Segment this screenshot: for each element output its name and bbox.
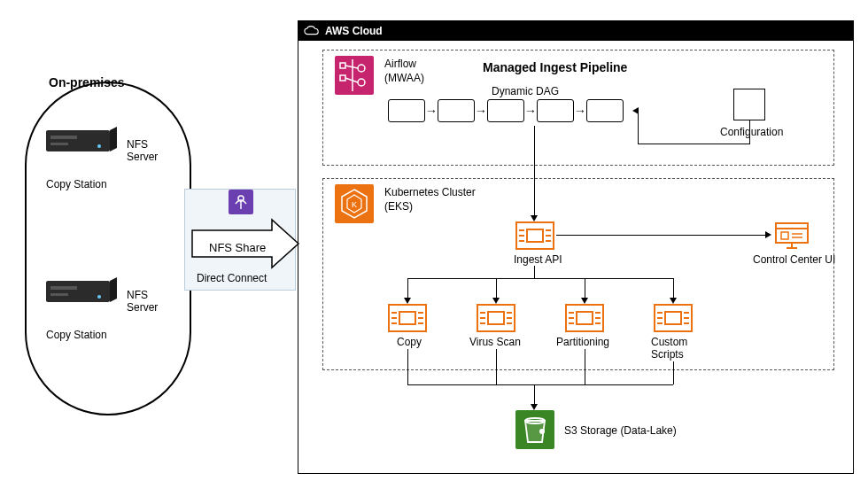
dag-step <box>487 99 524 122</box>
container-icon <box>654 304 693 332</box>
svg-rect-13 <box>340 63 345 68</box>
managed-ingest-pipeline-title: Managed Ingest Pipeline <box>483 60 627 74</box>
connector <box>585 349 585 384</box>
svg-point-4 <box>97 144 101 148</box>
dynamic-dag-label: Dynamic DAG <box>492 85 559 97</box>
arrowhead-icon <box>404 298 411 304</box>
nfs-share-label: NFS Share <box>209 241 266 254</box>
nfs-server-1-label: NFS Server <box>127 138 158 164</box>
copy-label: Copy <box>397 336 422 348</box>
svg-rect-63 <box>665 312 681 324</box>
arrowhead-icon <box>492 298 500 304</box>
ingest-api-label: Ingest API <box>514 253 562 266</box>
svg-rect-0 <box>46 130 110 151</box>
container-icon <box>477 304 515 332</box>
monitor-icon <box>772 221 811 250</box>
svg-point-15 <box>358 65 365 72</box>
connector <box>534 266 535 278</box>
svg-text:K: K <box>352 200 357 209</box>
svg-rect-55 <box>577 312 593 324</box>
svg-rect-24 <box>527 229 543 242</box>
dag-step <box>388 99 425 122</box>
svg-rect-35 <box>781 232 788 239</box>
server-icon <box>46 277 119 306</box>
svg-rect-7 <box>50 286 77 290</box>
dag-step <box>438 99 475 122</box>
connector <box>534 384 535 406</box>
arrow-right-icon: → <box>574 104 586 118</box>
s3-storage-label: S3 Storage (Data-Lake) <box>564 424 677 437</box>
svg-rect-2 <box>50 136 77 139</box>
dag-row: → → → → <box>388 99 624 122</box>
partitioning-label: Partitioning <box>556 336 609 348</box>
connector <box>585 278 585 299</box>
connector <box>638 111 639 144</box>
arrowhead-icon <box>581 298 588 304</box>
arrowhead-icon <box>765 231 771 238</box>
server-icon <box>46 127 119 155</box>
control-center-ui-label: Control Center UI <box>753 253 835 266</box>
connector <box>749 120 750 144</box>
svg-rect-5 <box>46 281 110 302</box>
eks-icon: K <box>335 184 374 223</box>
aws-direct-connect-icon <box>229 190 253 214</box>
airflow-label: Airflow (MWAA) <box>384 58 424 85</box>
copy-station-1-label: Copy Station <box>46 178 107 190</box>
connector <box>673 278 674 299</box>
connector <box>407 349 408 384</box>
svg-line-18 <box>345 78 358 82</box>
svg-line-17 <box>345 66 358 68</box>
svg-marker-1 <box>110 127 117 151</box>
arrow-right-icon: → <box>524 104 537 118</box>
arrowhead-icon <box>632 107 639 114</box>
nfs-server-2-label: NFS Server <box>127 289 158 314</box>
connector <box>496 349 497 384</box>
copy-station-2-label: Copy Station <box>46 329 107 341</box>
connector <box>407 278 408 299</box>
arrowhead-icon <box>670 298 677 304</box>
container-icon <box>515 221 554 250</box>
svg-point-9 <box>97 295 101 299</box>
container-icon <box>388 304 427 332</box>
svg-rect-47 <box>488 312 504 324</box>
svg-rect-14 <box>340 75 345 81</box>
connector <box>407 384 673 385</box>
arrow-right-icon: → <box>475 104 487 118</box>
svg-rect-39 <box>399 312 415 324</box>
s3-bucket-icon <box>515 410 554 449</box>
airflow-icon <box>335 56 374 95</box>
configuration-box <box>733 89 765 120</box>
arrow-right-icon: → <box>425 104 438 118</box>
connector <box>638 144 749 144</box>
connector <box>407 278 673 279</box>
svg-rect-8 <box>50 293 68 296</box>
dag-step <box>537 99 574 122</box>
arrowhead-icon <box>531 404 538 410</box>
custom-scripts-label: Custom Scripts <box>651 336 687 361</box>
aws-header: AWS Cloud <box>298 21 853 41</box>
svg-point-16 <box>358 79 365 86</box>
cloud-icon <box>304 25 320 37</box>
direct-connect-label: Direct Connect <box>197 272 267 284</box>
svg-rect-3 <box>50 143 68 145</box>
configuration-label: Configuration <box>720 126 783 138</box>
eks-label: Kubernetes Cluster (EKS) <box>384 186 476 213</box>
virus-scan-label: Virus Scan <box>469 336 521 348</box>
svg-point-71 <box>539 429 545 434</box>
diagram-root: On-premises NFS Server Copy Station NFS … <box>0 0 868 489</box>
dag-step <box>586 99 624 122</box>
connector <box>556 235 767 236</box>
connector <box>496 278 497 299</box>
aws-cloud-title: AWS Cloud <box>325 25 383 37</box>
container-icon <box>565 304 604 332</box>
connector <box>673 361 674 384</box>
svg-marker-6 <box>110 277 117 302</box>
